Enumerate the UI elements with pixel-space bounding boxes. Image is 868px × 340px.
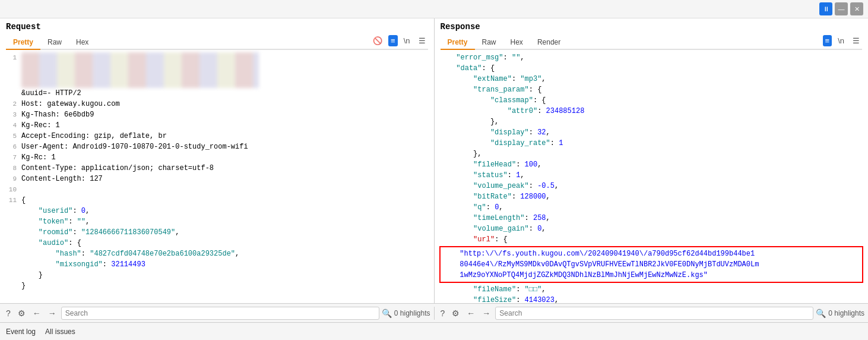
line-text-5: Accept-Encoding: gzip, deflate, br	[21, 131, 429, 141]
response-search-input[interactable]	[495, 307, 813, 320]
line-text-14: "roomid": "12846666711836070549",	[21, 227, 429, 238]
code-line-6: 6 User-Agent: Android9-1070-10870-201-0-…	[5, 141, 429, 152]
footer-bar: Event log All issues	[0, 322, 868, 340]
close-button[interactable]: ✕	[850, 2, 863, 15]
resp-line-15: "q": 0,	[439, 202, 864, 213]
response-header: Response Pretty Raw Hex Render ≡ \n ☰	[435, 18, 869, 50]
request-highlights-label: 0 highlights	[394, 309, 430, 317]
newline-icon-response[interactable]: \n	[835, 35, 847, 46]
newline-icon-request[interactable]: \n	[401, 35, 413, 46]
url-line-2: 80446e4\/RzMyMS9MDkv0DAvQTgvSVpVRUFHVEEw…	[443, 259, 860, 270]
tab-raw-response[interactable]: Raw	[475, 36, 503, 50]
help-icon-response[interactable]: ?	[438, 307, 448, 319]
request-content: 1 &uuid=- HTTP/2 2 Host: gateway.kugou.c…	[0, 50, 434, 303]
back-icon-response[interactable]: ←	[464, 307, 477, 319]
request-header: Request Pretty Raw Hex 🚫 ≡ \n ☰	[0, 18, 434, 50]
line-num-11: 11	[5, 195, 21, 206]
resp-line-6: "attr0": 234885128	[439, 106, 864, 117]
tab-hex-request[interactable]: Hex	[69, 36, 96, 50]
no-wrap-icon-request[interactable]: 🚫	[370, 35, 385, 46]
footer-all-issues[interactable]: All issues	[45, 328, 75, 336]
line-text-13: "token": "",	[21, 216, 429, 227]
resp-line-1: "error_msg": "",	[439, 52, 864, 63]
line-text-17: "mixsongid": 32114493	[21, 259, 429, 270]
footer-event-log[interactable]: Event log	[6, 328, 36, 336]
line-text-18: }	[21, 270, 429, 281]
settings-icon-response[interactable]: ⚙	[449, 307, 462, 319]
code-line-1: &uuid=- HTTP/2	[5, 88, 429, 99]
line-text-3: Kg-Thash: 6e6bdb9	[21, 109, 429, 120]
tab-pretty-request[interactable]: Pretty	[6, 36, 40, 50]
line-num-10: 10	[5, 184, 21, 195]
code-line-blurred: 1	[5, 52, 429, 88]
body-icon-request[interactable]: ≡	[388, 35, 398, 46]
code-line-12: "userid": 0,	[5, 206, 429, 216]
bottom-bar: ? ⚙ ← → 🔍 0 highlights ? ⚙ ← → 🔍 0 highl…	[0, 303, 868, 322]
resp-line-8: "display": 32,	[439, 127, 864, 138]
resp-line-3: "extName": "mp3",	[439, 74, 864, 84]
line-num-9: 9	[5, 174, 21, 184]
url-line-3: 1wMz9oYXNoPTQ4MjdjZGZkMDQ3NDhlNzBlMmJhNj…	[443, 270, 860, 281]
url-highlighted-box: "http:\/\/fs.youth.kugou.com\/2024090419…	[439, 246, 864, 283]
resp-line-2: "data": {	[439, 63, 864, 74]
resp-line-filesize: "fileSize": 4143023,	[439, 295, 864, 303]
line-num-1: 1	[5, 52, 21, 63]
line-num-3: 3	[5, 109, 21, 120]
back-icon-request[interactable]: ←	[30, 307, 43, 319]
minimize-button[interactable]: —	[835, 2, 848, 15]
code-line-14: "roomid": "12846666711836070549",	[5, 227, 429, 238]
response-content: "error_msg": "", "data": { "extName": "m…	[435, 50, 869, 303]
line-text-2: Host: gateway.kugou.com	[21, 99, 429, 109]
response-highlights-label: 0 highlights	[828, 309, 864, 317]
line-text-15: "audio": {	[21, 238, 429, 248]
code-line-5: 5 Accept-Encoding: gzip, deflate, br	[5, 131, 429, 141]
resp-line-16: "timeLength": 258,	[439, 213, 864, 223]
resp-line-url-label: "url": {	[439, 234, 864, 245]
line-text-16: "hash": "4827cdfd04748e70e2ba6100a29325d…	[21, 248, 429, 259]
resp-line-14: "bitRate": 128000,	[439, 191, 864, 202]
code-line-13: "token": "",	[5, 216, 429, 227]
line-text-19: }	[21, 281, 429, 291]
settings-icon-request[interactable]: ⚙	[15, 307, 28, 319]
code-line-3: 3 Kg-Thash: 6e6bdb9	[5, 109, 429, 120]
line-text-12: "userid": 0,	[21, 206, 429, 216]
resp-line-filename: "fileName": "□□",	[439, 284, 864, 295]
body-icon-response[interactable]: ≡	[823, 35, 832, 46]
resp-line-17: "volume_gain": 0,	[439, 223, 864, 234]
help-icon-request[interactable]: ?	[4, 307, 13, 319]
request-search-bar: ? ⚙ ← → 🔍 0 highlights	[0, 307, 435, 320]
code-line-8: 8 Content-Type: application/json; charse…	[5, 163, 429, 174]
tab-render-response[interactable]: Render	[530, 36, 568, 50]
response-tabs: Pretty Raw Hex Render ≡ \n ☰	[441, 35, 863, 50]
code-line-7: 7 Kg-Rc: 1	[5, 152, 429, 163]
menu-icon-response[interactable]: ☰	[850, 35, 862, 46]
search-submit-response[interactable]: 🔍	[816, 308, 826, 318]
code-line-15: "audio": {	[5, 238, 429, 248]
code-line-9: 9 Content-Length: 127	[5, 174, 429, 184]
resp-line-5: "classmap": {	[439, 95, 864, 106]
line-num-5: 5	[5, 131, 21, 141]
code-line-17: "mixsongid": 32114493	[5, 259, 429, 270]
code-line-18: }	[5, 270, 429, 281]
pause-button[interactable]: ⏸	[819, 2, 832, 15]
forward-icon-request[interactable]: →	[46, 307, 59, 319]
code-line-4: 4 Kg-Rec: 1	[5, 120, 429, 131]
resp-line-4: "trans_param": {	[439, 84, 864, 95]
response-panel: Response Pretty Raw Hex Render ≡ \n ☰ "e…	[435, 18, 869, 303]
top-bar: ⏸ — ✕	[0, 0, 868, 18]
response-tab-icons: ≡ \n ☰	[823, 35, 862, 49]
url-line-1: "http:\/\/fs.youth.kugou.com\/2024090419…	[443, 248, 860, 259]
tab-pretty-response[interactable]: Pretty	[441, 36, 475, 50]
tab-hex-response[interactable]: Hex	[503, 36, 530, 50]
menu-icon-request[interactable]: ☰	[416, 35, 428, 46]
tab-raw-request[interactable]: Raw	[40, 36, 69, 50]
line-num-7: 7	[5, 152, 21, 163]
code-line-11: 11 {	[5, 195, 429, 206]
forward-icon-response[interactable]: →	[480, 307, 493, 319]
line-text-8: Content-Type: application/json; charset=…	[21, 163, 429, 174]
resp-line-11: "fileHead": 100,	[439, 159, 864, 170]
request-search-input[interactable]	[61, 307, 379, 320]
line-text-6: User-Agent: Android9-1070-10870-201-0-st…	[21, 141, 429, 152]
search-submit-request[interactable]: 🔍	[382, 308, 392, 318]
panels-container: Request Pretty Raw Hex 🚫 ≡ \n ☰ 1	[0, 18, 868, 303]
